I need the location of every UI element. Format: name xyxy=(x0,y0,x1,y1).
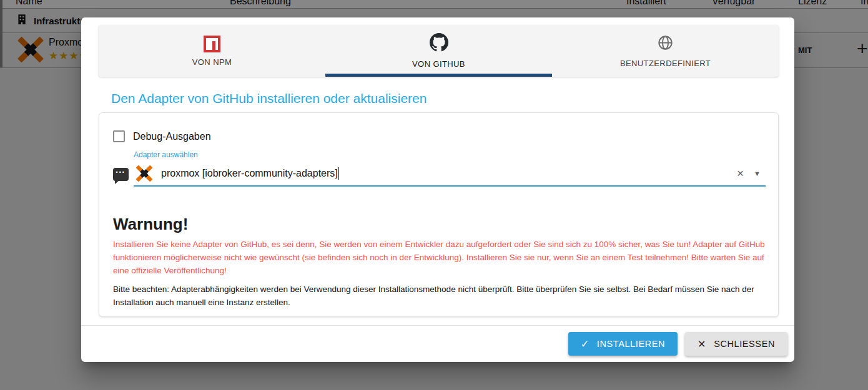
warning-text: Installieren Sie keine Adapter von GitHu… xyxy=(113,238,769,277)
dialog-title: Den Adapter von GitHub installieren oder… xyxy=(111,91,427,106)
github-install-form-card: Debug-Ausgaben Adapter auswählen proxmox… xyxy=(99,112,779,317)
dialog-footer: ✓ INSTALLIEREN ✕ SCHLIESSEN xyxy=(81,326,794,362)
tab-von-npm[interactable]: VON NPM xyxy=(99,25,325,77)
active-tab-indicator xyxy=(325,74,552,77)
tab-label: VON NPM xyxy=(192,57,232,67)
tab-benutzerdefiniert[interactable]: BENUTZERDEFINIERT xyxy=(552,25,779,77)
tab-label: VON GITHUB xyxy=(412,59,465,69)
install-button[interactable]: ✓ INSTALLIEREN xyxy=(568,332,678,356)
globe-icon xyxy=(657,34,674,54)
clear-selection-icon[interactable]: × xyxy=(737,167,744,180)
install-from-github-dialog: VON NPM VON GITHUB BENUTZERDEFINIERT Den… xyxy=(81,17,794,362)
tab-label: BENUTZERDEFINIERT xyxy=(620,59,711,68)
adapter-select-row: proxmox [iobroker-community-adapters] × … xyxy=(113,162,766,187)
warning-note: Bitte beachten: Adapterabhängigkeiten we… xyxy=(113,283,769,309)
debug-checkbox-row[interactable]: Debug-Ausgaben xyxy=(113,130,211,142)
comment-icon xyxy=(113,168,129,181)
close-icon: ✕ xyxy=(698,338,706,350)
adapter-select-input[interactable]: proxmox [iobroker-community-adapters] × … xyxy=(134,162,766,187)
npm-icon xyxy=(204,36,220,52)
close-button[interactable]: ✕ SCHLIESSEN xyxy=(685,332,787,356)
check-icon: ✓ xyxy=(581,338,589,350)
chevron-down-icon[interactable]: ▼ xyxy=(754,170,761,177)
install-button-label: INSTALLIEREN xyxy=(597,339,665,349)
text-caret xyxy=(338,167,340,180)
adapter-select-label: Adapter auswählen xyxy=(134,150,198,159)
close-button-label: SCHLIESSEN xyxy=(714,339,775,349)
adapter-select-value: proxmox [iobroker-community-adapters] xyxy=(161,168,338,179)
github-icon xyxy=(430,33,448,54)
warning-heading: Warnung! xyxy=(113,215,188,234)
source-tabbar: VON NPM VON GITHUB BENUTZERDEFINIERT xyxy=(99,25,779,77)
proxmox-logo-icon xyxy=(136,165,152,182)
debug-checkbox-label: Debug-Ausgaben xyxy=(133,131,211,142)
tab-von-github[interactable]: VON GITHUB xyxy=(325,25,552,77)
debug-checkbox[interactable] xyxy=(113,130,125,142)
